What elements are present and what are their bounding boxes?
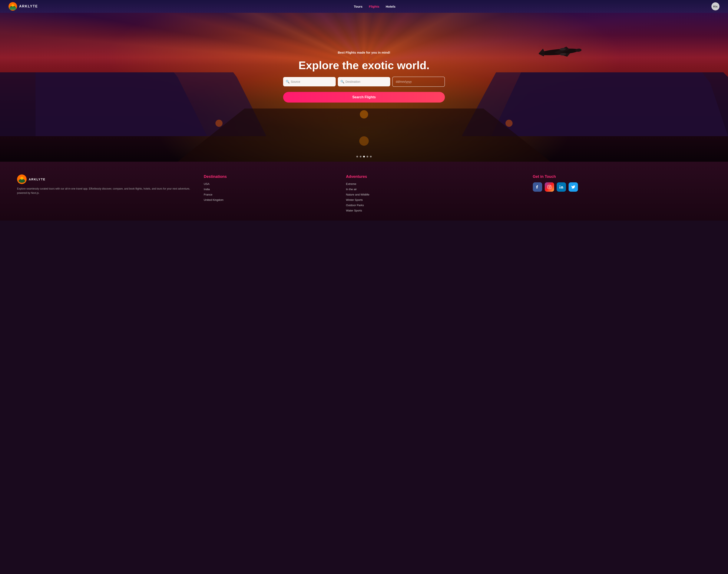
runway-bg — [0, 109, 728, 162]
svg-point-24 — [216, 120, 223, 127]
user-avatar[interactable]: Kis — [712, 2, 720, 10]
svg-point-20 — [360, 110, 368, 119]
carousel-dot-5[interactable] — [370, 156, 372, 157]
source-search-icon: 🔍 — [286, 80, 290, 84]
footer-link-uk[interactable]: United Kingdom — [204, 198, 337, 202]
nav-tours[interactable]: Tours — [354, 5, 362, 8]
search-bar: 🔍 🔍 — [283, 77, 445, 87]
hero-section: Best Flights made for you in mind! Explo… — [0, 13, 728, 162]
airplane-icon — [535, 41, 583, 64]
carousel-dots — [356, 156, 372, 157]
footer-link-extreme[interactable]: Extreme — [346, 182, 524, 186]
footer-destinations-column: Destinations USA India France United Kin… — [204, 174, 337, 212]
footer-adventures-column: Adventures Extreme In the air Nature and… — [346, 174, 524, 212]
footer-contact-heading: Get in Touch — [533, 174, 711, 179]
svg-marker-11 — [539, 53, 545, 57]
footer-contact-column: Get in Touch — [533, 174, 711, 212]
instagram-icon[interactable] — [545, 182, 554, 192]
carousel-dot-3[interactable] — [363, 156, 365, 157]
date-input-wrap — [392, 77, 445, 87]
footer-logo-icon — [17, 174, 27, 184]
carousel-dot-4[interactable] — [367, 156, 368, 157]
brand-logo-icon — [8, 2, 17, 11]
source-input[interactable] — [283, 77, 336, 86]
svg-point-27 — [505, 120, 512, 127]
footer-link-outdoor[interactable]: Outdoor Parks — [346, 204, 524, 207]
svg-point-34 — [550, 186, 551, 187]
footer-description: Explore seamlessly curated tours with ou… — [17, 187, 195, 195]
date-input[interactable] — [392, 77, 445, 87]
twitter-icon[interactable] — [569, 182, 578, 192]
source-input-wrap: 🔍 — [283, 77, 336, 87]
svg-point-33 — [548, 187, 550, 188]
footer-link-winter[interactable]: Winter Sports — [346, 198, 524, 202]
linkedin-icon[interactable] — [557, 182, 566, 192]
footer-link-water[interactable]: Water Sports — [346, 209, 524, 212]
destination-input-wrap: 🔍 — [338, 77, 390, 87]
footer-destinations-heading: Destinations — [204, 174, 337, 179]
search-flights-button[interactable]: Search Flights — [283, 92, 445, 102]
footer-adventures-heading: Adventures — [346, 174, 524, 179]
svg-rect-32 — [547, 185, 551, 189]
svg-point-36 — [560, 185, 560, 186]
svg-rect-35 — [560, 187, 560, 189]
navbar: ARKLYTE Tours Flights Hotels Kis — [0, 0, 728, 13]
footer-brand-name: ARKLYTE — [29, 178, 45, 181]
carousel-dot-2[interactable] — [360, 156, 361, 157]
nav-links: Tours Flights Hotels — [354, 5, 395, 8]
hero-content: Best Flights made for you in mind! Explo… — [279, 51, 449, 102]
footer: ARKLYTE Explore seamlessly curated tours… — [0, 162, 728, 220]
footer-link-france[interactable]: France — [204, 193, 337, 196]
footer-brand-column: ARKLYTE Explore seamlessly curated tours… — [17, 174, 195, 212]
destination-input[interactable] — [338, 77, 390, 86]
carousel-dot-1[interactable] — [356, 156, 358, 157]
brand-name-text: ARKLYTE — [19, 4, 38, 8]
svg-point-21 — [359, 136, 369, 146]
footer-link-nature[interactable]: Nature and Wildlife — [346, 193, 524, 196]
footer-link-in-the-air[interactable]: In the air — [346, 188, 524, 191]
hero-subtitle: Best Flights made for you in mind! — [338, 51, 390, 54]
facebook-icon[interactable] — [533, 182, 542, 192]
footer-logo-row: ARKLYTE — [17, 174, 195, 184]
svg-point-2 — [11, 4, 14, 7]
footer-adventures-links: Extreme In the air Nature and Wildlife W… — [346, 182, 524, 212]
nav-hotels[interactable]: Hotels — [386, 5, 395, 8]
destination-search-icon: 🔍 — [340, 80, 344, 84]
hero-title: Explore the exotic world. — [299, 59, 429, 72]
footer-destinations-links: USA India France United Kingdom — [204, 182, 337, 202]
nav-flights[interactable]: Flights — [369, 5, 379, 8]
svg-marker-10 — [538, 48, 545, 53]
footer-link-india[interactable]: India — [204, 188, 337, 191]
social-icons-group — [533, 182, 711, 192]
footer-link-usa[interactable]: USA — [204, 182, 337, 186]
brand: ARKLYTE — [8, 2, 38, 11]
svg-point-31 — [21, 177, 24, 180]
